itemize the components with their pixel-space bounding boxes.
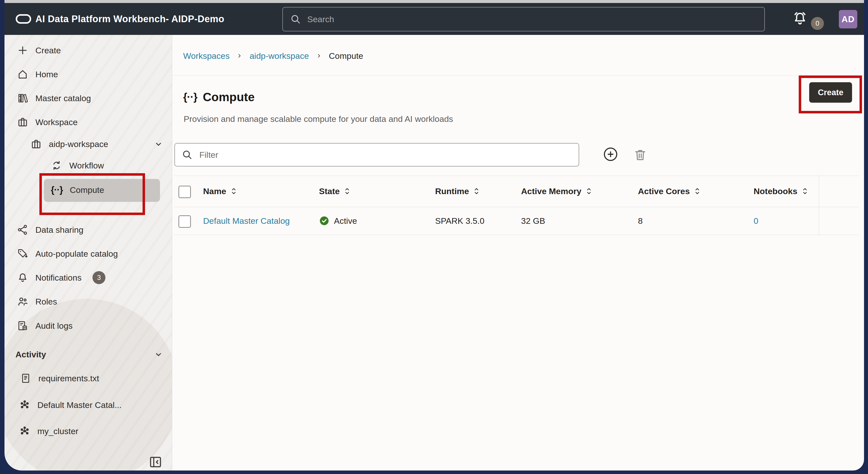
sort-icon[interactable] — [694, 186, 701, 196]
global-search[interactable] — [282, 7, 765, 31]
sidebar-item-data-sharing[interactable]: Data sharing — [17, 218, 84, 242]
chevron-down-icon[interactable] — [154, 139, 163, 149]
sidebar-item-create[interactable]: Create — [17, 38, 61, 62]
add-compute-icon[interactable] — [602, 146, 619, 162]
breadcrumb-link-aidp-workspace[interactable]: aidp-workspace — [249, 51, 309, 61]
column-header-active-memory[interactable]: Active Memory — [521, 183, 592, 199]
breadcrumb-current: Compute — [329, 51, 363, 61]
sidebar-item-label: Home — [35, 69, 58, 79]
sort-icon[interactable] — [230, 186, 237, 196]
sidebar-item-aidp-workspace[interactable]: aidp-workspace — [30, 132, 108, 156]
sidebar-item-label: Notifications — [35, 273, 82, 283]
global-search-input[interactable] — [307, 14, 764, 24]
column-header-state[interactable]: State — [319, 183, 351, 199]
table-row-runtime: SPARK 3.5.0 — [435, 213, 485, 229]
app-title: AI Data Platform Workbench- AIDP-Demo — [35, 3, 224, 35]
window-top-strip — [4, 0, 864, 3]
table-header-border — [175, 207, 859, 207]
column-label: Active Cores — [638, 186, 690, 196]
breadcrumb-link-workspaces[interactable]: Workspaces — [183, 51, 229, 61]
app-window: AI Data Platform Workbench- AIDP-Demo 0 … — [0, 0, 868, 474]
select-all-checkbox[interactable] — [179, 186, 191, 198]
sidebar-section-activity[interactable]: Activity — [16, 342, 46, 366]
briefcase-icon — [30, 138, 42, 150]
home-icon — [17, 68, 28, 80]
sidebar-item-label: Auto-populate catalog — [35, 249, 118, 259]
sort-icon[interactable] — [473, 186, 480, 196]
user-avatar[interactable]: AD — [839, 10, 857, 28]
sidebar-item-notifications[interactable]: Notifications 3 — [17, 266, 105, 290]
column-header-active-cores[interactable]: Active Cores — [638, 183, 701, 199]
sidebar-item-workflow[interactable]: Workflow — [51, 154, 104, 178]
compute-name-link[interactable]: Default Master Catalog — [203, 216, 290, 226]
header-notification-count-badge: 0 — [811, 17, 824, 30]
briefcase-icon — [17, 116, 28, 128]
app-header: AI Data Platform Workbench- AIDP-Demo 0 … — [4, 3, 864, 35]
column-label: Runtime — [435, 186, 469, 196]
page-title: Compute — [203, 90, 255, 104]
tag-arrow-icon — [17, 248, 28, 259]
column-label: Active Memory — [521, 186, 581, 196]
row-checkbox[interactable] — [179, 215, 191, 228]
sidebar-item-workspace[interactable]: Workspace — [17, 110, 78, 134]
notifications-bell-icon[interactable] — [792, 10, 808, 26]
active-memory-value: 32 GB — [521, 216, 545, 226]
workflow-icon — [51, 160, 62, 171]
activity-item-requirements[interactable]: requirements.txt — [20, 366, 99, 390]
column-label: Notebooks — [754, 186, 798, 196]
oracle-logo-icon — [15, 13, 32, 25]
notifications-count-badge: 3 — [92, 271, 105, 284]
create-button[interactable]: Create — [809, 82, 852, 103]
bell-icon — [17, 272, 28, 283]
chevron-down-icon[interactable] — [154, 349, 163, 359]
column-header-name[interactable]: Name — [203, 183, 237, 199]
state-badge: Active — [334, 216, 357, 226]
main-content: Workspaces aidp-workspace Compute {··} C… — [172, 35, 864, 471]
filter-field[interactable] — [175, 143, 579, 166]
activity-item-label: Default Master Catal... — [37, 400, 122, 410]
activity-item-default-master-catalog[interactable]: Default Master Catal... — [19, 393, 122, 417]
sidebar-item-home[interactable]: Home — [17, 62, 58, 86]
search-icon — [181, 149, 193, 160]
sidebar-item-label: Master catalog — [35, 93, 91, 103]
activity-section-label: Activity — [16, 350, 46, 359]
filter-input[interactable] — [199, 150, 579, 160]
sort-icon[interactable] — [802, 186, 808, 196]
column-header-runtime[interactable]: Runtime — [435, 183, 480, 199]
table-row-active-cores: 8 — [638, 213, 643, 229]
sidebar-item-label: Create — [35, 45, 61, 55]
sidebar-item-label: aidp-workspace — [49, 139, 108, 149]
sidebar-item-label: Data sharing — [35, 225, 84, 235]
chevron-right-icon — [315, 52, 322, 59]
search-icon — [290, 13, 301, 25]
table-column-divider — [819, 176, 819, 235]
sidebar-item-audit-logs[interactable]: Audit logs — [17, 314, 72, 338]
sidebar-item-compute[interactable]: {··} Compute — [51, 178, 104, 202]
table-row-border — [175, 235, 859, 235]
file-icon — [20, 373, 31, 384]
people-icon — [17, 296, 28, 307]
cluster-icon — [19, 425, 30, 437]
breadcrumb: Workspaces aidp-workspace Compute — [183, 49, 363, 63]
table-row-active-memory: 32 GB — [521, 213, 545, 229]
library-icon — [17, 92, 28, 104]
sidebar: Create Home Master catalog Workspace aid — [4, 35, 172, 471]
activity-item-my-cluster[interactable]: my_cluster — [19, 419, 78, 443]
delete-icon[interactable] — [633, 148, 647, 162]
share-icon — [17, 224, 28, 235]
column-header-notebooks[interactable]: Notebooks — [754, 183, 808, 199]
sidebar-item-roles[interactable]: Roles — [17, 290, 57, 314]
table-row-name: Default Master Catalog — [203, 213, 290, 229]
activity-item-label: requirements.txt — [38, 374, 99, 383]
sidebar-item-auto-populate-catalog[interactable]: Auto-populate catalog — [17, 242, 118, 266]
sidebar-collapse-icon[interactable] — [149, 455, 162, 469]
runtime-value: SPARK 3.5.0 — [435, 216, 485, 226]
sidebar-item-master-catalog[interactable]: Master catalog — [17, 86, 91, 110]
sidebar-item-label: Audit logs — [35, 321, 72, 331]
sort-icon[interactable] — [344, 186, 351, 196]
notebooks-count-link[interactable]: 0 — [754, 216, 758, 226]
plus-icon — [17, 44, 28, 56]
compute-braces-icon: {··} — [183, 91, 197, 103]
sidebar-item-label: Roles — [35, 297, 57, 307]
sort-icon[interactable] — [585, 186, 592, 196]
